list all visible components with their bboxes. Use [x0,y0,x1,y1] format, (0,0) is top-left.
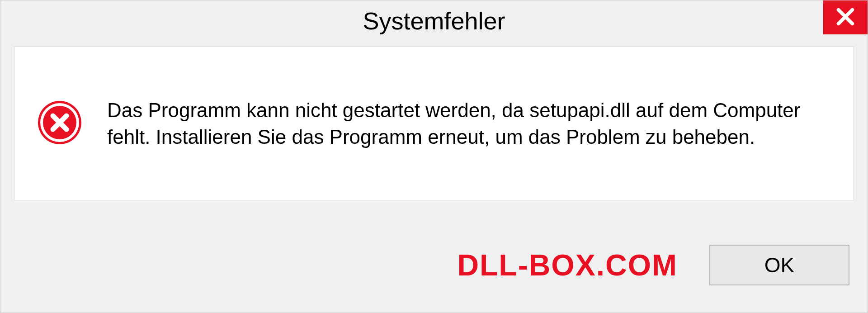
title-bar: Systemfehler [0,0,868,41]
error-icon [37,100,82,147]
content-panel: Das Programm kann nicht gestartet werden… [14,47,854,200]
ok-button[interactable]: OK [709,245,849,285]
close-icon [835,6,856,29]
dialog-title: Systemfehler [363,7,505,35]
error-message: Das Programm kann nicht gestartet werden… [107,97,831,151]
close-button[interactable] [823,0,868,34]
watermark-text: DLL-BOX.COM [457,248,678,282]
footer-bar: DLL-BOX.COM OK [0,233,868,313]
